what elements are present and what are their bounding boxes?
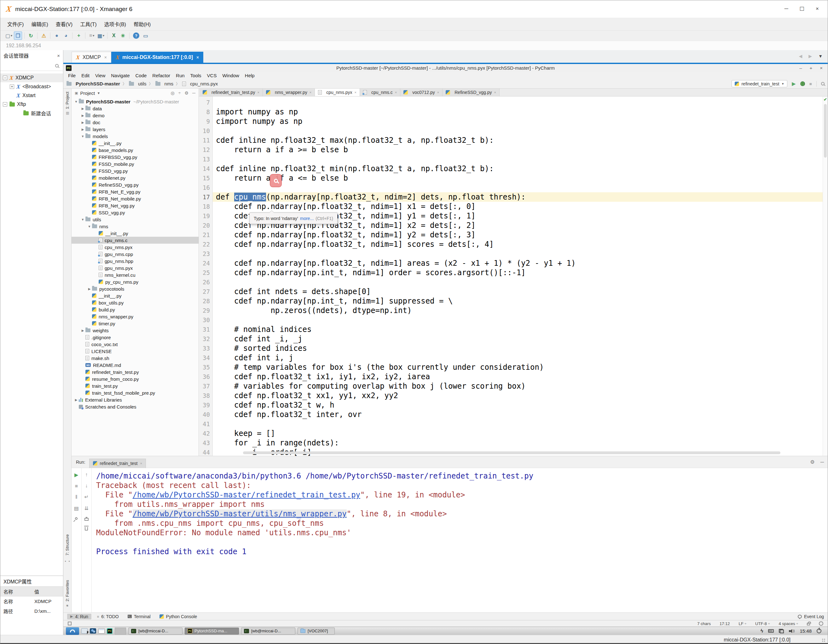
collapse-arrow-icon[interactable]: ▼ [87, 225, 92, 228]
status-segment[interactable]: 4 spaces÷ [778, 621, 798, 626]
close-icon[interactable]: × [140, 462, 142, 465]
workspace-switcher-icon[interactable] [779, 629, 784, 633]
locate-icon[interactable]: ◎ [171, 91, 175, 96]
tooltip-more-link[interactable]: more... [300, 216, 314, 221]
address-bar[interactable]: 192.168.96.254 [0, 41, 828, 50]
pycharm-menu-item[interactable]: Code [132, 73, 149, 78]
print-icon[interactable] [85, 518, 89, 521]
refresh-icon[interactable]: ↻ [27, 31, 35, 40]
menu-item[interactable]: 编辑(E) [27, 18, 52, 30]
feedback-icon[interactable]: ▭ [141, 31, 150, 40]
soft-wrap-icon[interactable]: ↵ [85, 494, 89, 500]
editor-tab[interactable]: cpu_nms.c× [360, 89, 400, 96]
terminal-launcher-icon[interactable] [98, 627, 105, 635]
expand-arrow-icon[interactable]: ▶ [80, 114, 85, 117]
inspection-profile-icon[interactable] [819, 621, 823, 626]
pycharm-menu-item[interactable]: Navigate [108, 73, 132, 78]
alert-icon[interactable]: ⚠ [40, 31, 48, 40]
app-launcher-icon[interactable] [66, 627, 79, 635]
tree-row[interactable]: RFB_Net_vgg.py [72, 202, 199, 209]
pycharm-menu-item[interactable]: Help [242, 73, 257, 78]
collapse-icon[interactable]: − [3, 102, 7, 107]
taskbar-window-button[interactable]: [VOC2007] [298, 628, 335, 635]
editor-tab[interactable]: voc0712.py× [400, 89, 442, 96]
power-icon[interactable] [817, 628, 822, 633]
stacktrace-link[interactable]: /home/wb/PytorchSSD-master/utils/nms_wra… [133, 509, 347, 518]
tree-row[interactable]: train_test_fssd_mobile_pre.py [72, 389, 199, 396]
tree-row[interactable]: refinedet_train_test.py [72, 369, 199, 375]
tree-row[interactable]: nms_kernel.cu [72, 272, 199, 278]
tree-row[interactable]: FSSD_vgg.py [72, 167, 199, 174]
pin-icon[interactable] [75, 517, 78, 520]
tree-row[interactable]: mobilenet.py [72, 174, 199, 181]
tree-row[interactable]: nms_wrapper.py [72, 313, 199, 320]
tree-row[interactable]: SSD_vgg.py [72, 209, 199, 216]
breadcrumb[interactable]: cpu_nms.pyx [182, 81, 218, 86]
tree-row[interactable]: train_test.py [72, 382, 199, 389]
tree-row[interactable]: __init__.py [72, 140, 199, 146]
unlock-icon[interactable] [807, 623, 810, 625]
tree-row[interactable]: gpu_nms.hpp [72, 258, 199, 264]
session-item-xstart[interactable]: XXstart [0, 91, 63, 100]
tree-row[interactable]: RFB_Net_mobile.py [72, 195, 199, 202]
new-session-icon[interactable]: ▢▾ [5, 31, 13, 40]
tab-close-icon[interactable]: × [257, 91, 259, 94]
keyboard-layout-icon[interactable] [768, 629, 774, 633]
pycharm-menu-item[interactable]: File [65, 73, 78, 78]
tree-row[interactable]: ▼nms [72, 223, 199, 230]
toolwindow-project-button[interactable]: ▤ 1: Project [65, 92, 70, 115]
network-places-icon[interactable] [90, 627, 96, 635]
tree-row[interactable]: py_cpu_nms.py [72, 278, 199, 285]
tree-row[interactable]: RefineSSD_vgg.py [72, 181, 199, 188]
toolwindow-button-todo[interactable]: ≡6: TODO [94, 614, 122, 619]
expand-arrow-icon[interactable]: ▶ [87, 287, 92, 291]
help-icon[interactable]: ? [133, 33, 139, 39]
tree-row[interactable]: LICENSE [72, 348, 199, 355]
expand-icon[interactable]: + [10, 85, 14, 89]
toolwindow-toggle-icon[interactable] [68, 622, 72, 625]
pycharm-menu-item[interactable]: Run [173, 73, 188, 78]
down-stacktrace-icon[interactable]: ↓ [85, 483, 88, 488]
tree-row[interactable]: .gitignore [72, 334, 199, 341]
collapse-arrow-icon[interactable]: ▼ [80, 218, 85, 221]
tab-list-dropdown-icon[interactable]: ▼ [818, 53, 823, 59]
collapse-arrow-icon[interactable]: ▼ [74, 100, 79, 104]
tab-scroll-right-icon[interactable]: ▶ [808, 53, 812, 59]
status-segment[interactable]: UTF-8÷ [755, 621, 770, 626]
taskbar-window-button[interactable]: >[wb@miccai-D... [241, 628, 295, 635]
editor-tab[interactable]: nms_wrapper.py× [263, 89, 315, 96]
menu-item[interactable]: 工具(T) [76, 18, 100, 30]
pycharm-minimize-icon[interactable]: – [799, 65, 802, 71]
tree-row[interactable]: build.py [72, 306, 199, 313]
stacktrace-link[interactable]: /home/wb/PytorchSSD-master/refinedet_tra… [133, 490, 360, 499]
collapse-all-icon[interactable]: ÷ [179, 91, 181, 96]
scroll-to-end-icon[interactable]: ⇊ [85, 505, 89, 511]
volume-icon[interactable]: )) [789, 629, 795, 633]
breadcrumb[interactable]: utils [129, 81, 147, 86]
pycharm-menu-item[interactable]: Refactor [149, 73, 173, 78]
editor-tab[interactable]: RefineSSD_vgg.py× [442, 89, 500, 96]
new-window-icon[interactable]: ❒ [14, 31, 22, 40]
hide-panel-icon[interactable]: ─ [192, 91, 195, 96]
session-tab[interactable]: XXDMCP× [72, 52, 111, 63]
close-icon[interactable]: × [816, 6, 819, 12]
tree-row[interactable]: FRFBSSD_vgg.py [72, 154, 199, 160]
clear-all-icon[interactable] [85, 527, 88, 531]
event-log-button[interactable]: Event Log [798, 614, 824, 619]
pycharm-launcher-icon[interactable]: PC [107, 627, 113, 635]
tree-row[interactable]: cpu_nms.c [72, 237, 199, 243]
tab-close-icon[interactable]: × [437, 91, 439, 94]
capture-icon[interactable]: ● [53, 31, 61, 40]
tree-row[interactable]: MDREADME.md [72, 361, 199, 369]
session-item-xftp[interactable]: −Xftp [0, 100, 63, 109]
tree-row[interactable]: timer.py [72, 320, 199, 327]
tree-row[interactable]: FSSD_mobile.py [72, 160, 199, 167]
session-search-input[interactable] [0, 61, 63, 71]
tab-scroll-left-icon[interactable]: ◀ [799, 53, 803, 59]
expand-arrow-icon[interactable]: ▶ [80, 107, 85, 110]
expand-arrow-icon[interactable]: ▶ [80, 329, 85, 332]
tab-close-icon[interactable]: × [309, 91, 311, 94]
session-item-xdmcp[interactable]: −XXDMCP [0, 74, 63, 82]
settings-icon[interactable]: ✳ [119, 31, 127, 40]
tree-row[interactable]: ▶doc [72, 119, 199, 126]
